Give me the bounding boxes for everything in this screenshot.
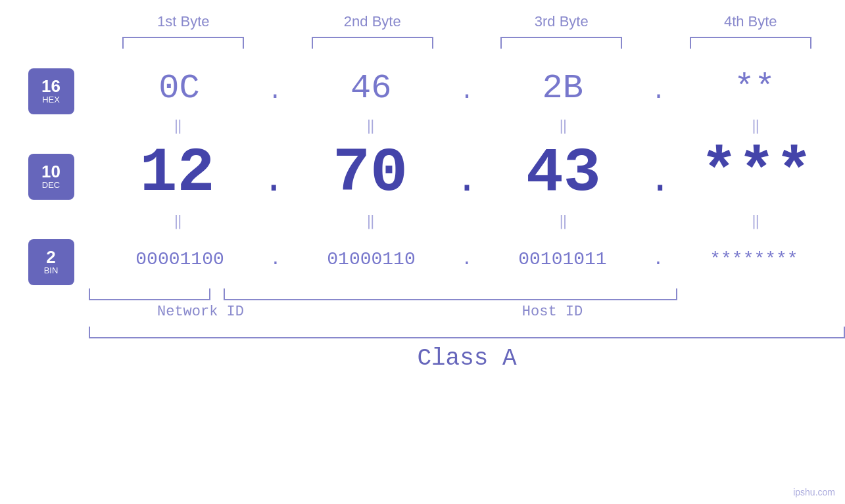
top-brackets-row <box>89 37 845 49</box>
bottom-split-brackets <box>89 288 845 300</box>
network-bracket <box>89 288 210 300</box>
big-bracket-row <box>89 327 845 338</box>
big-bottom-bracket <box>89 327 845 338</box>
top-bracket-3 <box>500 37 622 49</box>
bracket-spacer <box>210 288 224 300</box>
class-label: Class A <box>417 345 516 372</box>
byte-labels-row: 1st Byte 2nd Byte 3rd Byte 4th Byte <box>89 13 845 30</box>
equals-row-1: ‖ ‖ ‖ ‖ <box>89 114 845 137</box>
hex-row: 0C . 46 . 2B . ** <box>89 62 845 114</box>
bin-value-1: 00001100 <box>114 249 246 269</box>
dec-dot-2: . <box>455 158 479 202</box>
top-bracket-1 <box>122 37 244 49</box>
dec-dot-3: . <box>648 158 672 202</box>
bin-row: 00001100 . 01000110 . 00101011 . *******… <box>89 233 845 285</box>
network-id-label: Network ID <box>122 304 279 320</box>
dec-badge: 10 DEC <box>28 154 74 200</box>
equals-2: ‖ <box>305 117 437 135</box>
content-area: 16 HEX 10 DEC 2 BIN 0C . 46 . 2B . ** <box>0 62 845 285</box>
host-id-label: Host ID <box>279 304 825 320</box>
byte-label-3: 3rd Byte <box>496 13 627 30</box>
equals-6: ‖ <box>305 212 437 230</box>
dec-value-1: 12 <box>111 138 243 209</box>
byte-label-2: 2nd Byte <box>306 13 438 30</box>
hex-value-2: 46 <box>305 69 437 108</box>
dec-badge-label: DEC <box>42 180 60 191</box>
top-bracket-4 <box>690 37 811 49</box>
class-row: Class A <box>89 345 845 372</box>
dec-badge-number: 10 <box>41 163 60 180</box>
bin-badge: 2 BIN <box>28 239 74 285</box>
byte-label-4: 4th Byte <box>685 13 816 30</box>
hex-dot-1: . <box>268 78 283 105</box>
hex-value-3: 2B <box>497 69 629 108</box>
equals-4: ‖ <box>690 117 821 135</box>
top-bracket-2 <box>312 37 433 49</box>
hex-value-1: 0C <box>114 69 245 108</box>
bin-dot-3: . <box>653 249 664 269</box>
hex-dot-2: . <box>460 78 474 105</box>
dec-row: 12 . 70 . 43 . *** <box>89 137 845 210</box>
hex-badge: 16 HEX <box>28 68 74 114</box>
bin-value-2: 01000110 <box>306 249 437 269</box>
dec-value-2: 70 <box>304 138 436 209</box>
equals-3: ‖ <box>497 117 629 135</box>
main-container: 1st Byte 2nd Byte 3rd Byte 4th Byte 16 H… <box>0 0 845 504</box>
host-bracket <box>224 288 677 300</box>
bin-value-3: 00101011 <box>496 249 628 269</box>
badges-column: 16 HEX 10 DEC 2 BIN <box>0 62 89 285</box>
hex-badge-label: HEX <box>42 95 60 105</box>
hex-badge-number: 16 <box>41 78 60 95</box>
id-labels-row: Network ID Host ID <box>89 304 845 320</box>
equals-5: ‖ <box>112 212 244 230</box>
equals-1: ‖ <box>112 117 244 135</box>
dec-value-3: 43 <box>498 138 629 209</box>
values-grid: 0C . 46 . 2B . ** ‖ ‖ ‖ ‖ 12 . <box>89 62 845 285</box>
footer-text: ipshu.com <box>793 487 835 497</box>
equals-8: ‖ <box>690 212 821 230</box>
dec-dot-1: . <box>262 158 285 202</box>
equals-7: ‖ <box>497 212 629 230</box>
bin-badge-label: BIN <box>44 265 59 276</box>
bin-badge-number: 2 <box>46 248 55 265</box>
hex-dot-3: . <box>652 78 666 105</box>
bin-dot-2: . <box>462 249 473 269</box>
dec-value-4: *** <box>691 138 823 209</box>
hex-value-4: ** <box>688 69 820 108</box>
bin-dot-1: . <box>270 249 281 269</box>
byte-label-1: 1st Byte <box>118 13 249 30</box>
bin-value-4: ******** <box>688 249 819 269</box>
equals-row-2: ‖ ‖ ‖ ‖ <box>89 210 845 233</box>
